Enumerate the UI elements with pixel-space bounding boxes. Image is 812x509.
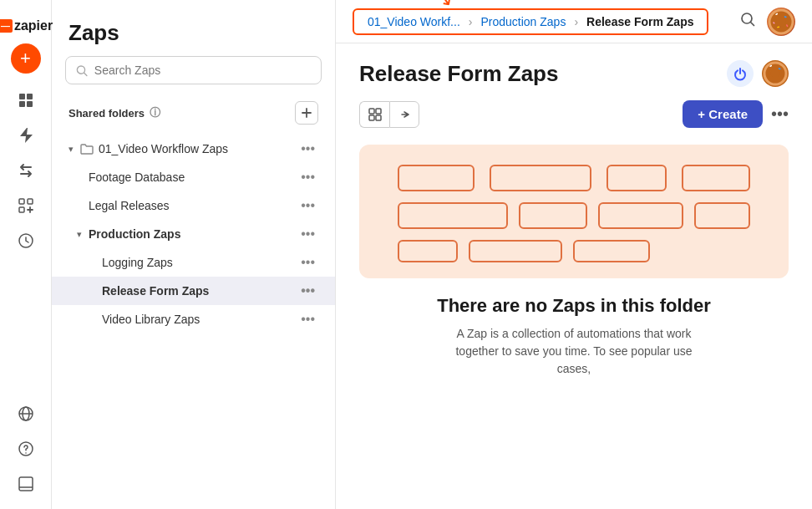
header-avatar-icon[interactable] <box>762 60 789 87</box>
top-bar: Breadcrumb trail ↘ 01_Video Workf... › P… <box>336 0 812 43</box>
svg-rect-41 <box>683 165 749 191</box>
breadcrumb: 01_Video Workf... › Production Zaps › Re… <box>353 8 708 35</box>
svg-point-12 <box>25 452 27 454</box>
folder-logging-more[interactable]: ••• <box>297 255 318 270</box>
svg-rect-38 <box>398 165 474 191</box>
breadcrumb-link-01video[interactable]: 01_Video Workf... <box>368 15 460 28</box>
info-icon[interactable]: ⓘ <box>150 105 160 120</box>
folder-legal-releases[interactable]: Legal Releases ••• <box>52 191 335 220</box>
create-button[interactable]: + Create <box>683 100 763 128</box>
folder-release-name: Release Form Zaps <box>102 284 292 298</box>
content-header-icons <box>727 60 789 87</box>
add-folder-button[interactable] <box>295 101 318 125</box>
svg-rect-36 <box>369 115 374 120</box>
search-bar[interactable] <box>65 56 322 84</box>
folder-tree: ▾ 01_Video Workflow Zaps ••• Footage Dat… <box>52 131 335 509</box>
toolbar: + Create ••• <box>359 100 789 128</box>
icon-bar: — zapier + <box>0 0 52 509</box>
svg-rect-47 <box>469 241 561 262</box>
bottom-icons <box>11 399 41 499</box>
nav-icon-help[interactable] <box>11 434 41 464</box>
main-content: Breadcrumb trail ↘ 01_Video Workf... › P… <box>336 0 812 509</box>
nav-icon-grid[interactable] <box>11 85 41 115</box>
nav-icon-globe[interactable] <box>11 399 41 429</box>
chevron-down-icon-production: ▾ <box>77 229 82 240</box>
user-avatar[interactable] <box>767 8 795 36</box>
folder-video-library-zaps[interactable]: Video Library Zaps ••• <box>52 305 335 333</box>
shared-folders-header: Shared folders ⓘ <box>52 98 335 131</box>
folder-legal-more[interactable]: ••• <box>297 198 318 213</box>
nav-icon-clock[interactable] <box>11 226 41 256</box>
nav-icon-transfer[interactable] <box>11 155 41 186</box>
nav-icon-bottom[interactable] <box>11 469 41 499</box>
svg-rect-46 <box>398 241 457 262</box>
power-icon-button[interactable] <box>727 60 754 87</box>
list-view-button[interactable] <box>389 101 419 128</box>
content-area: Release Form Zaps <box>336 43 812 509</box>
folder-legal-name: Legal Releases <box>89 199 292 212</box>
search-icon <box>76 64 88 77</box>
empty-state-illustration <box>359 145 789 278</box>
svg-line-16 <box>84 73 87 75</box>
svg-rect-48 <box>574 241 649 262</box>
folder-logging-zaps[interactable]: Logging Zaps ••• <box>52 248 335 277</box>
svg-rect-5 <box>28 199 33 204</box>
svg-rect-34 <box>369 109 374 114</box>
svg-line-20 <box>751 23 754 26</box>
folder-release-form-zaps[interactable]: Release Form Zaps ••• <box>52 277 335 305</box>
topbar-search-button[interactable] <box>740 12 755 31</box>
folder-production-more[interactable]: ••• <box>297 227 318 242</box>
empty-state-title: There are no Zaps in this folder <box>359 295 789 317</box>
svg-rect-6 <box>19 207 24 212</box>
add-button[interactable]: + <box>11 43 41 74</box>
svg-rect-43 <box>520 203 586 228</box>
content-header: Release Form Zaps <box>359 60 789 87</box>
header-avatar-donut-icon <box>762 60 789 87</box>
folder-video-library-more[interactable]: ••• <box>297 312 318 327</box>
svg-point-31 <box>771 69 780 79</box>
search-input[interactable] <box>94 64 311 77</box>
empty-state-description: A Zap is a collection of automations tha… <box>440 325 708 378</box>
svg-rect-42 <box>398 203 507 228</box>
svg-rect-40 <box>607 165 666 191</box>
shared-folders-label: Shared folders <box>69 107 145 120</box>
svg-rect-39 <box>490 165 591 191</box>
folder-footage-more[interactable]: ••• <box>297 170 318 185</box>
folder-release-more[interactable]: ••• <box>297 283 318 298</box>
more-options-button[interactable]: ••• <box>771 104 789 124</box>
breadcrumb-wrapper: Breadcrumb trail ↘ 01_Video Workf... › P… <box>353 8 708 35</box>
empty-illustration-graphic <box>382 149 766 274</box>
svg-point-23 <box>776 17 786 27</box>
folder-video-library-name: Video Library Zaps <box>102 313 292 326</box>
grid-view-button[interactable] <box>359 101 389 128</box>
nav-icon-lightning[interactable] <box>11 120 41 150</box>
folder-01-video-more[interactable]: ••• <box>297 141 318 156</box>
top-bar-right <box>740 8 795 36</box>
folder-footage-database[interactable]: Footage Database ••• <box>52 163 335 191</box>
svg-rect-1 <box>27 94 33 99</box>
svg-rect-2 <box>19 101 25 107</box>
svg-rect-13 <box>19 477 33 491</box>
toolbar-view-controls <box>359 101 419 128</box>
folder-production-name: Production Zaps <box>89 227 292 241</box>
avatar-donut-icon <box>767 8 795 36</box>
chevron-down-icon: ▾ <box>69 144 74 155</box>
folder-01-video-name: 01_Video Workflow Zaps <box>99 142 292 155</box>
folder-footage-name: Footage Database <box>89 171 292 184</box>
svg-rect-35 <box>376 109 381 114</box>
breadcrumb-current: Release Form Zaps <box>586 15 693 28</box>
svg-rect-3 <box>27 101 33 107</box>
breadcrumb-link-production[interactable]: Production Zaps <box>480 15 566 28</box>
svg-rect-37 <box>376 115 381 120</box>
svg-rect-0 <box>19 94 25 99</box>
breadcrumb-sep-2: › <box>574 15 578 28</box>
svg-rect-45 <box>695 203 749 228</box>
folder-01-video[interactable]: ▾ 01_Video Workflow Zaps ••• <box>52 135 335 163</box>
folder-logging-name: Logging Zaps <box>102 256 292 269</box>
folder-production-zaps[interactable]: ▾ Production Zaps ••• <box>52 220 335 248</box>
toolbar-actions: + Create ••• <box>683 100 789 128</box>
svg-rect-4 <box>19 199 24 204</box>
nav-icon-apps[interactable] <box>11 191 41 221</box>
sidebar-title: Zaps <box>52 0 335 56</box>
sidebar: Zaps Shared folders ⓘ ▾ 01_Video Workflo… <box>52 0 336 509</box>
